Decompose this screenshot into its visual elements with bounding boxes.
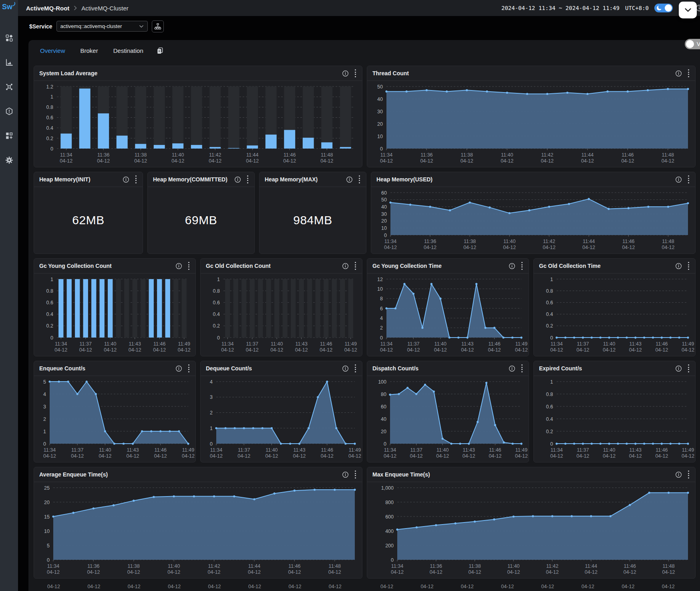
tab-broker[interactable]: Broker — [80, 47, 98, 54]
kebab-menu-icon[interactable] — [521, 261, 523, 271]
panel-body: 01234511:3404-1211:3704-1211:4004-1211:4… — [34, 376, 195, 462]
svg-text:11:49: 11:49 — [515, 341, 527, 347]
svg-text:04-12: 04-12 — [71, 453, 84, 459]
kebab-menu-icon[interactable] — [687, 470, 690, 479]
app-logo[interactable]: Sw — [0, 0, 18, 16]
breadcrumb-current[interactable]: ActiveMQ-Cluster — [81, 5, 129, 12]
info-icon[interactable] — [509, 365, 515, 372]
info-icon[interactable] — [509, 263, 515, 269]
panel-title: Gc Young Collection Time — [372, 263, 503, 269]
info-icon[interactable] — [234, 176, 241, 183]
info-icon[interactable] — [675, 263, 682, 269]
panel-body: 69MB — [148, 187, 254, 253]
sidebar-item-topology[interactable] — [0, 74, 18, 99]
chart-max-enqueue-time-s[interactable]: 02004006008001,00011:3404-1211:3604-1211… — [367, 482, 695, 578]
svg-text:11:46: 11:46 — [284, 152, 296, 158]
svg-text:11:46: 11:46 — [622, 239, 634, 244]
svg-text:11:49: 11:49 — [349, 447, 361, 453]
info-icon[interactable] — [675, 70, 682, 77]
chart-enqueue-count-s[interactable]: 01234511:3404-1211:3704-1211:4004-1211:4… — [34, 376, 195, 462]
panel-row: Heap Memory(INIT)62MBHeap Memory(COMMITT… — [34, 172, 696, 254]
breadcrumb: ActiveMQ-Root ActiveMQ-Cluster — [26, 5, 129, 12]
time-range[interactable]: 2024-04-12 11:34 ~ 2024-04-12 11:49 — [501, 5, 620, 11]
chart-gc-young-collection-time[interactable]: 02468101211:3404-1211:3704-1211:4004-121… — [367, 273, 529, 356]
svg-text:0.2: 0.2 — [46, 323, 53, 329]
kebab-menu-icon[interactable] — [687, 68, 690, 78]
info-icon[interactable] — [342, 471, 349, 478]
info-icon[interactable] — [675, 176, 682, 183]
sidebar-item-marketplace[interactable] — [0, 26, 18, 50]
svg-text:11:43: 11:43 — [630, 341, 642, 347]
clipped-axis-label: 04-12 — [128, 584, 141, 589]
svg-text:04-12: 04-12 — [288, 569, 301, 575]
tab-overview[interactable]: Overview — [40, 47, 65, 54]
svg-text:04-12: 04-12 — [391, 569, 404, 575]
svg-text:600: 600 — [385, 514, 394, 520]
svg-text:04-12: 04-12 — [154, 453, 167, 459]
panel-body: 0102030405011:3404-1211:3604-1211:3804-1… — [367, 81, 695, 167]
kebab-menu-icon[interactable] — [187, 261, 190, 271]
kebab-menu-icon[interactable] — [687, 175, 690, 184]
service-topology-button[interactable] — [152, 20, 164, 32]
timezone[interactable]: UTC+8:0 — [625, 5, 649, 11]
svg-text:11:37: 11:37 — [246, 341, 258, 347]
kebab-menu-icon[interactable] — [687, 261, 690, 271]
kebab-menu-icon[interactable] — [354, 261, 357, 271]
kebab-menu-icon[interactable] — [246, 175, 249, 184]
svg-text:04-12: 04-12 — [463, 245, 476, 250]
dark-mode-toggle[interactable] — [654, 4, 673, 12]
sidebar-item-settings[interactable] — [0, 148, 18, 172]
info-icon[interactable] — [342, 70, 349, 77]
info-icon[interactable] — [675, 365, 682, 372]
chart-gc-old-collection-count[interactable]: 00.20.40.60.8111:3404-1211:3704-1211:400… — [201, 273, 362, 356]
sidebar-item-dashboards[interactable] — [0, 123, 18, 148]
breadcrumb-root[interactable]: ActiveMQ-Root — [26, 5, 69, 12]
chart-thread-count[interactable]: 0102030405011:3404-1211:3604-1211:3804-1… — [367, 81, 695, 167]
svg-text:11:40: 11:40 — [603, 341, 615, 347]
view-toggle[interactable]: V — [685, 39, 700, 49]
info-icon[interactable] — [346, 176, 353, 183]
copy-icon[interactable] — [156, 47, 164, 54]
info-icon[interactable] — [123, 176, 129, 183]
info-icon[interactable] — [675, 471, 682, 478]
kebab-menu-icon[interactable] — [521, 364, 523, 373]
chart-expired-count-s[interactable]: 00.20.40.60.8111:3404-1211:3704-1211:400… — [534, 376, 695, 462]
svg-text:11:40: 11:40 — [168, 563, 180, 569]
kebab-menu-icon[interactable] — [354, 68, 357, 78]
svg-text:11:49: 11:49 — [345, 341, 357, 347]
panel-title: Enqueue Count/s — [39, 365, 170, 372]
svg-text:04-12: 04-12 — [237, 453, 250, 459]
chart-heap-memory-used[interactable]: 010203040506011:3404-1211:3604-1211:3804… — [371, 187, 695, 253]
svg-text:04-12: 04-12 — [503, 245, 516, 250]
svg-text:10: 10 — [377, 134, 383, 139]
chart-gc-old-collection-time[interactable]: 00.20.40.60.8111:3404-1211:3704-1211:400… — [534, 273, 695, 356]
svg-text:80: 80 — [381, 392, 386, 397]
info-icon[interactable] — [342, 263, 349, 269]
collapse-overlay-button[interactable] — [679, 2, 697, 18]
kebab-menu-icon[interactable] — [354, 470, 357, 479]
kebab-menu-icon[interactable] — [135, 175, 137, 184]
kebab-menu-icon[interactable] — [187, 364, 190, 373]
panel-gc-old-collection-time: Gc Old Collection Time00.20.40.60.8111:3… — [533, 258, 696, 356]
svg-text:0: 0 — [210, 441, 213, 447]
chart-gc-young-collection-count[interactable]: 00.20.40.60.8111:3404-1211:3704-1211:400… — [34, 273, 195, 356]
sidebar-item-alarm[interactable] — [0, 99, 18, 123]
chart-dequeue-count-s[interactable]: 0123411:3404-1211:3704-1211:4004-1211:43… — [201, 376, 362, 462]
kebab-menu-icon[interactable] — [687, 364, 690, 373]
chart-dispatch-count-s[interactable]: 02040608010011:3404-1211:3704-1211:4004-… — [367, 376, 529, 462]
sidebar-item-metrics[interactable] — [0, 50, 18, 74]
info-icon[interactable] — [342, 365, 349, 372]
kebab-menu-icon[interactable] — [354, 364, 357, 373]
service-select[interactable]: activemq::activemq-cluster — [56, 21, 148, 32]
svg-text:60: 60 — [381, 404, 386, 410]
kebab-menu-icon[interactable] — [358, 175, 361, 184]
svg-text:0.8: 0.8 — [46, 105, 53, 110]
info-icon[interactable] — [175, 263, 182, 269]
chart-average-enqueue-time-s[interactable]: 051015202511:3404-1211:3604-1211:3804-12… — [34, 482, 362, 578]
svg-text:11:46: 11:46 — [153, 341, 165, 347]
chart-system-load-average[interactable]: 00.20.40.60.811.211:3404-1211:3604-1211:… — [34, 81, 362, 167]
tab-destination[interactable]: Destination — [113, 47, 143, 54]
svg-text:04-12: 04-12 — [621, 158, 634, 164]
svg-text:11:46: 11:46 — [488, 341, 500, 347]
info-icon[interactable] — [175, 365, 182, 372]
